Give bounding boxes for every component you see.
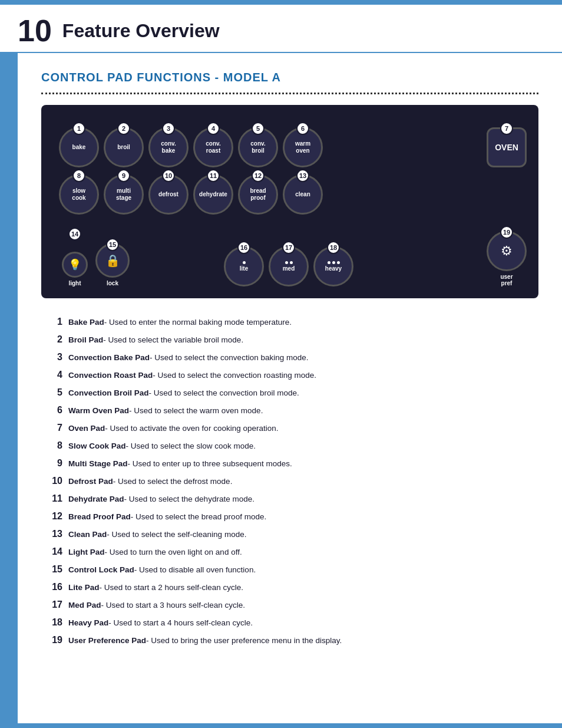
btn-broil[interactable]: 2 broil [104, 127, 144, 167]
btn-bake-label: bake [72, 144, 86, 151]
feature-item-5: 5Convection Broil Pad- Used to select th… [41, 386, 538, 400]
btn-col-4: 4 conv.roast [193, 127, 233, 167]
feature-num: 3 [41, 350, 62, 364]
feature-item-14: 14Light Pad- Used to turn the oven light… [41, 545, 538, 559]
feature-desc: Lite Pad- Used to start a 2 hours self-c… [68, 582, 243, 594]
bulb-icon: 💡 [68, 258, 81, 271]
dot-line [41, 93, 538, 94]
btn-broil-label: broil [117, 144, 130, 151]
feature-num: 16 [41, 580, 62, 594]
feature-desc: Dehydrate Pad- Used to select the dehydr… [68, 493, 254, 505]
feature-desc: Bread Proof Pad- Used to select the brea… [68, 511, 266, 523]
feature-desc: Oven Pad- Used to activate the oven for … [68, 423, 278, 434]
btn-warm-oven[interactable]: 6 warmoven [283, 127, 323, 167]
btn-light-label: light [68, 280, 81, 286]
feature-num: 8 [41, 439, 62, 453]
btn-conv-broil-label: conv.broil [250, 140, 265, 154]
btn-clean[interactable]: 13 clean [283, 174, 323, 215]
btn-oven[interactable]: 7 OVEN [487, 127, 527, 167]
btn-lock[interactable]: 15 🔒 [95, 243, 130, 278]
light-icon: 💡 [62, 252, 88, 278]
feature-item-9: 9Multi Stage Pad- Used to enter up to th… [41, 456, 538, 470]
feature-item-8: 8Slow Cook Pad- Used to select the slow … [41, 439, 538, 453]
btn-heavy[interactable]: 18 heavy [313, 246, 353, 286]
btn-col-17: 17 med [269, 246, 309, 286]
btn-conv-bake-label: conv.bake [161, 140, 176, 154]
badge-11: 11 [207, 169, 220, 182]
feature-num: 9 [41, 456, 62, 470]
badge-18: 18 [327, 241, 340, 254]
feature-desc: Bake Pad- Used to enter the normal bakin… [68, 317, 292, 328]
badge-8: 8 [72, 169, 85, 182]
badge-4: 4 [207, 122, 220, 135]
feature-item-11: 11Dehydrate Pad- Used to select the dehy… [41, 492, 538, 506]
badge-5: 5 [252, 122, 265, 135]
feature-num: 11 [41, 492, 62, 506]
btn-conv-roast[interactable]: 4 conv.roast [193, 127, 233, 167]
header: 10 Feature Overview [0, 5, 562, 53]
btn-col-11: 11 dehydrate [193, 174, 233, 215]
btn-conv-broil[interactable]: 5 conv.broil [238, 127, 278, 167]
badge-15: 15 [106, 238, 119, 251]
btn-warm-oven-label: warmoven [295, 140, 310, 154]
btn-conv-bake[interactable]: 3 conv.bake [148, 127, 189, 167]
badge-14: 14 [68, 228, 81, 241]
lite-dots [243, 261, 246, 264]
feature-item-19: 19User Preference Pad- Used to bring the… [41, 633, 538, 647]
feature-num: 1 [41, 315, 62, 329]
feature-item-15: 15Control Lock Pad- Used to disable all … [41, 562, 538, 577]
feature-num: 14 [41, 545, 62, 559]
btn-col-12: 12 breadproof [238, 174, 278, 215]
feature-num: 12 [41, 509, 62, 523]
btn-oven-label: OVEN [495, 143, 518, 152]
btn-col-3: 3 conv.bake [148, 127, 189, 167]
feature-desc: Control Lock Pad- Used to disable all ov… [68, 564, 256, 576]
btn-defrost[interactable]: 10 defrost [148, 174, 189, 215]
btn-multi-stage-label: multistage [116, 187, 131, 202]
btn-bread-proof[interactable]: 12 breadproof [238, 174, 278, 215]
lock-icon: 🔒 [105, 253, 120, 268]
panel-row-1: 1 bake 2 broil [53, 127, 527, 167]
feature-desc: Clean Pad- Used to select the self-clean… [68, 529, 246, 541]
btn-med[interactable]: 17 med [269, 246, 309, 286]
btn-multi-stage[interactable]: 9 multistage [104, 174, 144, 215]
badge-17: 17 [282, 241, 295, 254]
page: 10 Feature Overview CONTROL PAD FUNCTION… [0, 0, 562, 728]
feature-desc: User Preference Pad- Used to bring the u… [68, 635, 342, 647]
feature-num: 15 [41, 562, 62, 577]
btn-user-pref[interactable]: 19 ⚙ [487, 231, 527, 271]
badge-6: 6 [296, 122, 309, 135]
btn-clean-label: clean [295, 191, 310, 198]
dot-1 [328, 261, 330, 264]
feature-num: 10 [41, 474, 62, 488]
user-pref-icon: ⚙ [501, 243, 513, 259]
panel-content: 1 bake 2 broil [53, 121, 527, 286]
btn-dehydrate-label: dehydrate [199, 191, 227, 198]
btn-slow-cook[interactable]: 8 slowcook [59, 174, 99, 215]
content-area: CONTROL PAD FUNCTIONS - MODEL A 1 bake [0, 53, 562, 725]
feature-desc: Warm Oven Pad- Used to select the warm o… [68, 405, 263, 417]
btn-col-6: 6 warmoven [283, 127, 323, 167]
section-title: CONTROL PAD FUNCTIONS - MODEL A [41, 71, 538, 84]
panel-row-3: 14 💡 light 15 🔒 lock [53, 222, 527, 286]
btn-dehydrate[interactable]: 11 dehydrate [193, 174, 233, 215]
btn-col-1: 1 bake [59, 127, 99, 167]
feature-desc: Broil Pad- Used to select the variable b… [68, 334, 243, 346]
feature-num: 2 [41, 332, 62, 347]
feature-item-18: 18Heavy Pad- Used to start a 4 hours sel… [41, 615, 538, 630]
feature-item-12: 12Bread Proof Pad- Used to select the br… [41, 509, 538, 523]
btn-light[interactable]: 14 💡 light [59, 228, 91, 286]
feature-item-13: 13Clean Pad- Used to select the self-cle… [41, 527, 538, 541]
top-bar [0, 0, 562, 5]
btn-bake[interactable]: 1 bake [59, 127, 99, 167]
feature-desc: Light Pad- Used to turn the oven light o… [68, 546, 242, 558]
btn-lite[interactable]: 16 lite [224, 246, 264, 286]
panel-row-2: 8 slowcook 9 multistage [53, 174, 527, 215]
dotted-divider [41, 93, 538, 94]
bottom-bar [0, 723, 562, 728]
badge-7: 7 [500, 122, 513, 135]
dot-3 [337, 261, 340, 264]
btn-col-13: 13 clean [283, 174, 323, 215]
badge-10: 10 [162, 169, 175, 182]
badge-13: 13 [296, 169, 309, 182]
